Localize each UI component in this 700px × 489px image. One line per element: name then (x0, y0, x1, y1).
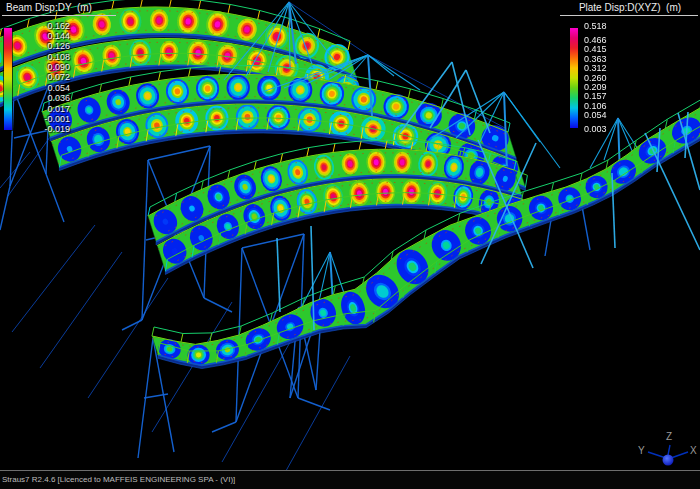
legend-plate-colorbar (570, 28, 578, 128)
legend-value: 0.054 (16, 83, 70, 93)
legend-value: 0.003 (584, 124, 644, 134)
axis-label-y: Y (638, 445, 645, 456)
axis-origin-sphere (663, 455, 674, 466)
axis-z-line (668, 445, 670, 455)
legend-value: 0.144 (16, 31, 70, 41)
axis-y-line (648, 452, 666, 458)
legend-value: 0.108 (16, 52, 70, 62)
legend-value: 0.126 (16, 41, 70, 51)
legend-beam-title: Beam Disp:DY (m) (2, 2, 116, 16)
legend-value: 0.072 (16, 72, 70, 82)
legend-value: 0.162 (16, 21, 70, 31)
axis-x-line (671, 452, 688, 458)
legend-beam-colorbar (4, 28, 12, 130)
legend-beam-disp: Beam Disp:DY (m) 0.1620.1440.1260.1080.0… (2, 2, 116, 16)
axis-label-z: Z (666, 431, 672, 442)
legend-value: 0.054 (584, 110, 644, 120)
legend-value: -0.001 (16, 114, 70, 124)
legend-value: -0.019 (16, 124, 70, 134)
axis-triad: Y Z X (630, 432, 700, 470)
legend-value: 0.017 (16, 104, 70, 114)
legend-value: 0.090 (16, 62, 70, 72)
legend-value: 0.518 (584, 21, 644, 31)
straus7-window: Beam Disp:DY (m) 0.1620.1440.1260.1080.0… (0, 0, 700, 489)
legend-plate-title: Plate Disp:D(XYZ) (m) (560, 2, 698, 16)
axis-label-x: X (690, 445, 697, 456)
status-bar: Straus7 R2.4.6 [Licenced to MAFFEIS ENGI… (0, 470, 700, 489)
status-text: Straus7 R2.4.6 [Licenced to MAFFEIS ENGI… (2, 475, 235, 484)
model-viewport[interactable]: Beam Disp:DY (m) 0.1620.1440.1260.1080.0… (0, 0, 700, 470)
legend-value: 0.036 (16, 93, 70, 103)
legend-plate-disp: Plate Disp:D(XYZ) (m) 0.5180.4660.4150.3… (560, 2, 698, 16)
